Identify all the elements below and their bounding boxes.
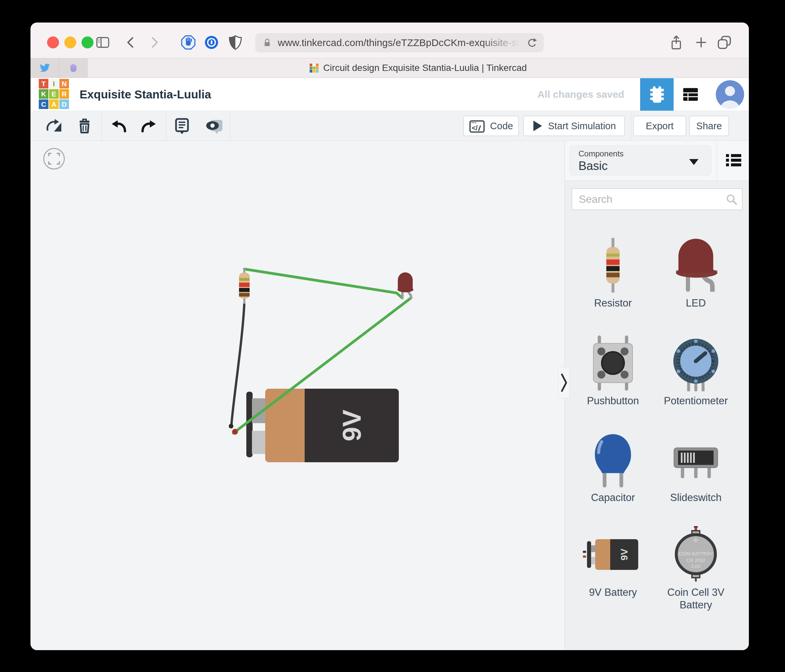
browser-window: www.tinkercad.com/things/eTZZBpDcCKm-exq… bbox=[30, 22, 749, 650]
user-avatar[interactable] bbox=[716, 80, 744, 109]
component-card-capacitor[interactable]: Capacitor bbox=[571, 431, 654, 504]
password-manager-extension-icon[interactable] bbox=[202, 33, 221, 52]
document-title[interactable]: Exquisite Stantia-Luulia bbox=[80, 88, 211, 101]
components-panel-header: Components Basic bbox=[565, 141, 749, 181]
component-card-resistor[interactable]: Resistor bbox=[571, 236, 654, 309]
save-status: All changes saved bbox=[537, 89, 624, 100]
component-search bbox=[571, 188, 743, 210]
component-label: Resistor bbox=[571, 297, 654, 309]
zoom-window-button[interactable] bbox=[81, 36, 94, 48]
visibility-icon[interactable] bbox=[204, 117, 222, 135]
tinkercad-favicon bbox=[310, 64, 319, 73]
delete-icon[interactable] bbox=[75, 117, 94, 135]
component-card-pushbutton[interactable]: Pushbutton bbox=[571, 334, 654, 407]
minimize-window-button[interactable] bbox=[64, 36, 76, 48]
circuit-canvas[interactable]: 9V bbox=[30, 141, 565, 650]
chevron-down-icon bbox=[689, 159, 699, 165]
components-category-dropdown[interactable]: Components Basic bbox=[569, 145, 712, 175]
export-button[interactable]: Export bbox=[633, 116, 686, 136]
rotate-icon[interactable] bbox=[44, 117, 63, 135]
chevron-right-icon bbox=[559, 371, 569, 394]
9v-battery-icon: 9V bbox=[571, 525, 654, 583]
hand-icon bbox=[68, 63, 78, 73]
circuit-drawing: 9V bbox=[30, 141, 565, 650]
component-label: 9V Battery bbox=[571, 586, 654, 599]
resistor[interactable] bbox=[239, 268, 250, 304]
active-tab[interactable]: Circuit design Exquisite Stantia-Luulia … bbox=[88, 58, 749, 78]
battery-9v[interactable]: 9V bbox=[246, 389, 399, 462]
component-label: Coin Cell 3V Battery bbox=[654, 586, 737, 611]
start-simulation-label: Start Simulation bbox=[548, 120, 616, 131]
led-icon bbox=[654, 236, 737, 294]
coin-cell-text-1: COIN BATTERY bbox=[679, 551, 713, 556]
tinkercad-header: TIN KER CAD Exquisite Stantia-Luulia All… bbox=[30, 78, 749, 111]
slideswitch-icon bbox=[654, 431, 737, 489]
code-button[interactable]: </ Code bbox=[463, 116, 519, 136]
code-icon: </ bbox=[469, 119, 485, 133]
coin-cell-icon: + COIN BATTERY CR 2032 3.0V bbox=[654, 525, 737, 583]
sidebar-toggle-icon[interactable] bbox=[94, 33, 112, 52]
sidebar-collapse-handle[interactable] bbox=[558, 367, 569, 398]
component-list-view-button[interactable] bbox=[674, 78, 707, 111]
component-card-coin-cell[interactable]: + COIN BATTERY CR 2032 3.0V Coin Cell 3V… bbox=[654, 525, 737, 611]
notes-icon[interactable] bbox=[173, 117, 191, 135]
list-view-toggle[interactable] bbox=[725, 152, 743, 169]
component-label: LED bbox=[654, 297, 737, 309]
reload-icon[interactable] bbox=[525, 36, 538, 49]
component-label: Pushbutton bbox=[571, 395, 654, 407]
url-text: www.tinkercad.com/things/eTZZBpDcCKm-exq… bbox=[278, 37, 525, 48]
share-button-label: Share bbox=[696, 120, 722, 131]
pinned-tab-twitter[interactable] bbox=[30, 58, 59, 78]
tinkercad-logo[interactable]: TIN KER CAD bbox=[39, 79, 70, 110]
component-card-potentiometer[interactable]: Potentiometer bbox=[654, 334, 737, 407]
privacy-shield-extension-icon[interactable] bbox=[226, 33, 245, 52]
coin-cell-text-2: CR 2032 bbox=[686, 558, 705, 563]
editor-toolbar: </ Code Start Simulation Export Share bbox=[30, 111, 749, 141]
capacitor-icon bbox=[571, 431, 654, 489]
table-icon bbox=[682, 87, 699, 102]
content-blocker-extension-icon[interactable] bbox=[179, 33, 198, 52]
url-bar[interactable]: www.tinkercad.com/things/eTZZBpDcCKm-exq… bbox=[255, 33, 544, 52]
list-icon bbox=[725, 152, 743, 169]
svg-text:</: </ bbox=[472, 124, 478, 131]
battery-icon-label: 9V bbox=[619, 549, 630, 560]
pinned-tab-hand[interactable] bbox=[59, 58, 88, 78]
battery-voltage-label: 9V bbox=[337, 409, 366, 441]
tab-bar: Circuit design Exquisite Stantia-Luulia … bbox=[30, 58, 749, 78]
circuits-view-button[interactable] bbox=[640, 78, 674, 111]
lock-icon bbox=[261, 36, 273, 49]
svg-text:+: + bbox=[693, 534, 699, 546]
back-button[interactable] bbox=[122, 33, 140, 52]
wire-black[interactable] bbox=[231, 303, 244, 425]
components-label: Components bbox=[579, 149, 711, 158]
undo-icon[interactable] bbox=[110, 117, 128, 135]
forward-button[interactable] bbox=[145, 33, 163, 52]
share-page-icon[interactable] bbox=[667, 33, 686, 52]
twitter-bird-icon bbox=[39, 63, 50, 73]
window-controls bbox=[47, 36, 94, 48]
start-simulation-button[interactable]: Start Simulation bbox=[523, 116, 625, 136]
components-panel: Components Basic bbox=[565, 141, 749, 650]
component-label: Capacitor bbox=[571, 491, 654, 504]
close-window-button[interactable] bbox=[47, 36, 59, 48]
share-button[interactable]: Share bbox=[689, 116, 729, 136]
new-tab-icon[interactable] bbox=[692, 33, 710, 52]
wire-green-resistor-to-led[interactable] bbox=[244, 269, 402, 298]
export-button-label: Export bbox=[646, 120, 674, 131]
coin-cell-text-3: 3.0V bbox=[691, 564, 701, 569]
battery-negative-terminal[interactable] bbox=[229, 424, 233, 428]
redo-icon[interactable] bbox=[139, 117, 158, 135]
main-area: 9V bbox=[30, 141, 749, 650]
search-input[interactable] bbox=[571, 188, 743, 210]
component-card-led[interactable]: LED bbox=[654, 236, 737, 309]
search-icon bbox=[725, 193, 738, 206]
component-card-slideswitch[interactable]: Slideswitch bbox=[654, 431, 737, 504]
component-label: Slideswitch bbox=[654, 491, 737, 504]
resistor-icon bbox=[571, 236, 654, 294]
tab-overview-icon[interactable] bbox=[715, 33, 733, 52]
potentiometer-icon bbox=[654, 334, 737, 392]
browser-toolbar: www.tinkercad.com/things/eTZZBpDcCKm-exq… bbox=[30, 22, 749, 58]
component-card-9v-battery[interactable]: 9V 9V Battery bbox=[571, 525, 654, 599]
code-button-label: Code bbox=[490, 120, 513, 131]
pushbutton-icon bbox=[571, 334, 654, 392]
